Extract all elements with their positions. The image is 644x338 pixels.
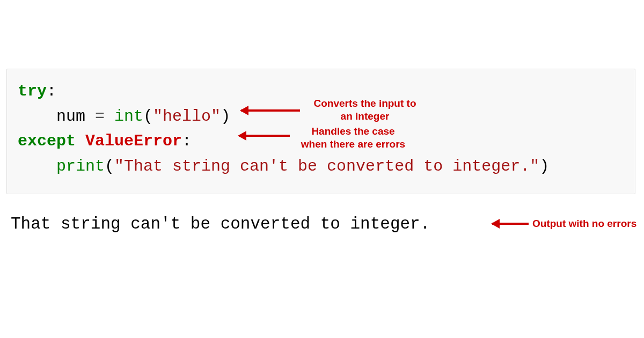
annotation-convert: Converts the input to an integer [306, 97, 424, 123]
space [105, 107, 114, 126]
annotation-handles: Handles the case when there are errors [294, 125, 412, 151]
paren-open: ( [143, 107, 153, 126]
operator-eq: = [95, 107, 105, 126]
error-valueerror: ValueError [85, 132, 182, 150]
string-message: "That string can't be converted to integ… [114, 157, 539, 175]
function-print: print [56, 157, 105, 175]
arrow-icon [239, 135, 290, 137]
annotation-output: Output with no errors [532, 217, 640, 230]
colon: : [47, 82, 56, 100]
string-hello: "hello" [153, 107, 221, 126]
paren-close: ) [221, 107, 230, 126]
keyword-except: except [18, 132, 76, 150]
arrow-icon [492, 223, 529, 225]
indent [18, 157, 56, 175]
space [76, 132, 85, 150]
indent [18, 107, 56, 126]
output-text: That string can't be converted to intege… [11, 215, 430, 233]
colon: : [182, 132, 192, 150]
paren-open: ( [105, 157, 114, 175]
function-int: int [114, 107, 143, 126]
var-num: num [56, 107, 95, 126]
arrow-icon [241, 109, 300, 112]
code-line-4: print("That string can't be converted to… [18, 154, 624, 179]
paren-close: ) [539, 157, 549, 175]
keyword-try: try [18, 82, 47, 100]
